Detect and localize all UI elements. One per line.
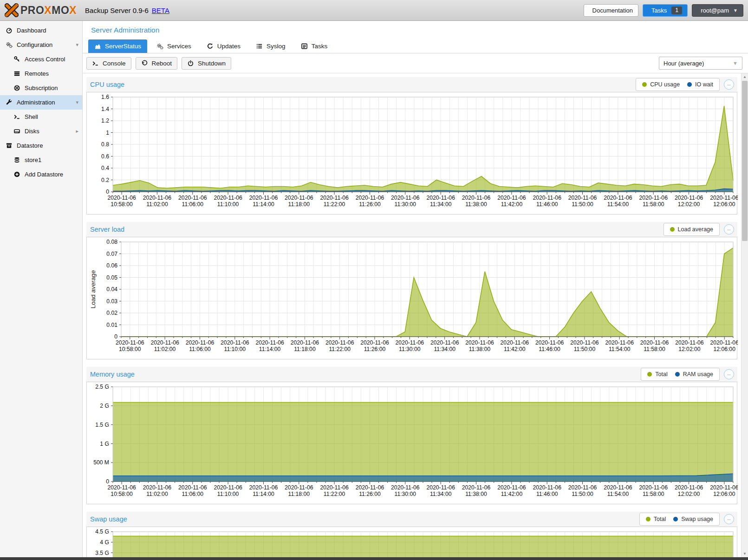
documentation-button[interactable]: Documentation — [584, 4, 638, 17]
legend-dot-icon — [647, 372, 652, 377]
svg-text:0.6: 0.6 — [101, 153, 109, 160]
sidebar-item-remotes[interactable]: Remotes — [0, 66, 82, 81]
legend-item[interactable]: Load average — [670, 226, 713, 233]
svg-text:2020-11-06: 2020-11-06 — [430, 339, 459, 346]
svg-text:11:18:00: 11:18:00 — [288, 201, 310, 208]
legend-dot-icon — [642, 82, 647, 87]
legend-label: IO wait — [695, 81, 713, 88]
sidebar-item-shell[interactable]: Shell — [0, 110, 82, 124]
sidebar-item-dashboard[interactable]: Dashboard — [0, 23, 82, 38]
reboot-button[interactable]: Reboot — [136, 57, 178, 70]
svg-text:0.03: 0.03 — [106, 298, 117, 305]
svg-text:11:30:00: 11:30:00 — [395, 491, 416, 497]
tab-tasks[interactable]: Tasks — [295, 39, 334, 53]
svg-text:11:58:00: 11:58:00 — [644, 346, 665, 352]
chevron-right-icon[interactable]: ▸ — [76, 128, 78, 134]
svg-text:11:50:00: 11:50:00 — [572, 201, 593, 208]
scroll-up-arrow-icon[interactable]: ▲ — [741, 73, 748, 80]
sidebar-item-administration[interactable]: Administration▾ — [0, 95, 82, 110]
svg-text:2020-11-06: 2020-11-06 — [325, 339, 354, 346]
svg-text:4.5 G: 4.5 G — [95, 528, 109, 535]
svg-text:11:34:00: 11:34:00 — [430, 491, 452, 497]
shutdown-button[interactable]: Shutdown — [182, 57, 231, 70]
svg-text:3.5 G: 3.5 G — [95, 550, 109, 556]
svg-text:2020-11-06: 2020-11-06 — [178, 484, 207, 491]
legend-dot-icon — [670, 227, 675, 232]
chart-legend: TotalSwap usage — [639, 513, 720, 526]
tab-updates[interactable]: Updates — [201, 39, 247, 53]
legend-item[interactable]: Swap usage — [673, 516, 713, 522]
panel-server-load: Server loadLoad average−00.010.020.030.0… — [86, 222, 737, 359]
scrollbar-thumb[interactable] — [742, 81, 748, 241]
collapse-panel-button[interactable]: − — [724, 224, 734, 234]
svg-text:0.01: 0.01 — [106, 322, 117, 328]
svg-text:2020-11-06: 2020-11-06 — [186, 339, 215, 346]
svg-text:2020-11-06: 2020-11-06 — [221, 339, 249, 346]
legend-item[interactable]: CPU usage — [642, 81, 680, 88]
legend-item[interactable]: Total — [646, 516, 666, 522]
collapse-panel-button[interactable]: − — [724, 514, 734, 524]
legend-item[interactable]: IO wait — [687, 81, 713, 88]
scroll-down-arrow-icon[interactable]: ▼ — [741, 550, 748, 557]
sidebar-item-label: Access Control — [25, 56, 65, 63]
svg-text:2020-11-06: 2020-11-06 — [143, 484, 172, 491]
svg-text:2020-11-06: 2020-11-06 — [605, 339, 634, 346]
sidebar-item-subscription[interactable]: Subscription — [0, 81, 82, 95]
svg-text:11:58:00: 11:58:00 — [643, 201, 664, 208]
svg-text:2.5 G: 2.5 G — [95, 384, 109, 390]
console-button[interactable]: Console — [86, 57, 131, 70]
window-bottom-edge — [0, 557, 748, 560]
sidebar-item-store1[interactable]: store1 — [0, 153, 82, 167]
svg-text:2020-11-06: 2020-11-06 — [675, 339, 704, 346]
tab-services[interactable]: Services — [150, 39, 197, 53]
sidebar-item-label: Administration — [17, 99, 55, 106]
range-select[interactable]: Hour (average) ▼ — [659, 57, 742, 70]
svg-text:0.02: 0.02 — [106, 310, 117, 316]
legend-label: Total — [655, 371, 667, 378]
vertical-scrollbar[interactable]: ▲ ▼ — [741, 73, 748, 557]
legend-item[interactable]: Total — [647, 371, 667, 378]
svg-text:11:46:00: 11:46:00 — [539, 346, 560, 352]
tab-syslog[interactable]: Syslog — [250, 39, 292, 53]
chart-scroll-area: CPU usageCPU usageIO wait−00.20.40.60.81… — [83, 73, 748, 557]
svg-text:2020-11-06: 2020-11-06 — [465, 339, 494, 346]
svg-text:11:38:00: 11:38:00 — [465, 201, 487, 208]
svg-text:1.6: 1.6 — [101, 94, 109, 100]
collapse-panel-button[interactable]: − — [724, 369, 734, 379]
tasks-button[interactable]: Tasks 1 — [643, 4, 688, 17]
sidebar-item-datastore[interactable]: Datastore — [0, 138, 82, 153]
legend-item[interactable]: RAM usage — [675, 371, 713, 378]
svg-text:11:14:00: 11:14:00 — [259, 346, 281, 352]
sidebar-item-configuration[interactable]: Configuration▾ — [0, 38, 82, 52]
collapse-panel-button[interactable]: − — [724, 79, 734, 90]
svg-text:2020-11-06: 2020-11-06 — [107, 195, 136, 201]
chevron-down-icon[interactable]: ▾ — [76, 99, 78, 105]
beta-link[interactable]: BETA — [152, 7, 169, 14]
sidebar-item-access-control[interactable]: Access Control — [0, 52, 82, 66]
svg-text:0.06: 0.06 — [106, 262, 117, 269]
svg-text:2020-11-06: 2020-11-06 — [178, 195, 207, 201]
svg-text:2020-11-06: 2020-11-06 — [462, 195, 491, 201]
tasks-label: Tasks — [651, 7, 667, 14]
svg-text:500 M: 500 M — [93, 459, 109, 466]
svg-text:1: 1 — [106, 130, 109, 136]
svg-text:2020-11-06: 2020-11-06 — [604, 484, 632, 491]
svg-text:2020-11-06: 2020-11-06 — [426, 195, 455, 201]
sidebar-item-add-datastore[interactable]: Add Datastore — [0, 167, 82, 182]
area-chart-icon — [94, 43, 101, 50]
sidebar-item-disks[interactable]: Disks▸ — [0, 124, 82, 138]
svg-text:0.07: 0.07 — [106, 251, 117, 257]
tab-serverstatus[interactable]: ServerStatus — [88, 39, 147, 53]
svg-text:2020-11-06: 2020-11-06 — [462, 484, 491, 491]
svg-text:1 G: 1 G — [100, 441, 109, 447]
svg-text:2020-11-06: 2020-11-06 — [285, 195, 313, 201]
svg-text:11:22:00: 11:22:00 — [324, 491, 345, 497]
svg-text:2020-11-06: 2020-11-06 — [249, 195, 278, 201]
tab-label: Updates — [217, 43, 241, 50]
user-menu-button[interactable]: root@pam ▼ — [692, 4, 743, 17]
toolbar: ConsoleRebootShutdown Hour (average) ▼ — [83, 53, 748, 73]
svg-text:2020-11-06: 2020-11-06 — [214, 195, 242, 201]
chevron-down-icon[interactable]: ▾ — [76, 42, 78, 48]
layout: DashboardConfiguration▾Access ControlRem… — [0, 21, 748, 557]
dashboard-icon — [6, 27, 13, 34]
